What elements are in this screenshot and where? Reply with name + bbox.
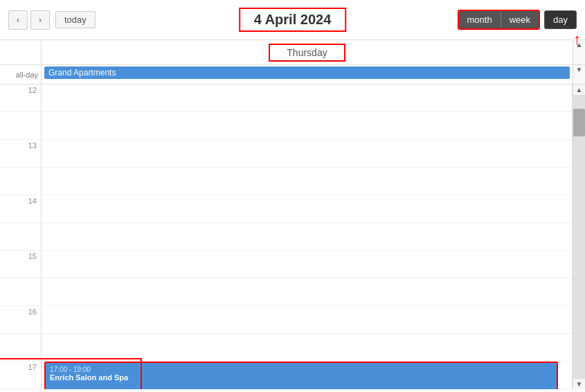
- week-view-button[interactable]: week: [501, 11, 539, 28]
- all-day-event[interactable]: Grand Apartments: [44, 66, 570, 79]
- event-title: Enrich Salon and Spa: [50, 373, 552, 382]
- next-button[interactable]: ›: [30, 10, 50, 30]
- time-slot-16: 16: [0, 306, 41, 334]
- all-day-content: Grand Apartments: [42, 65, 573, 84]
- hour-row-13h: [42, 168, 572, 195]
- hour-row-15h: [42, 278, 572, 306]
- hour-grid: [42, 84, 572, 389]
- day-header-row: Thursday ▲: [0, 40, 585, 65]
- events-column: 17:00 - 19:00 Enrich Salon and Spa: [42, 84, 573, 389]
- hour-row-12h: [42, 112, 572, 140]
- top-bar: ‹ › today 4 April 2024 month week day ↑: [0, 0, 585, 40]
- right-scrollbar[interactable]: ▲ ▼: [573, 84, 585, 389]
- view-buttons-highlighted: month week: [458, 10, 541, 30]
- calendar-title: 4 April 2024: [254, 12, 332, 27]
- scroll-down-arrow[interactable]: ▼: [573, 65, 586, 75]
- today-button[interactable]: today: [55, 11, 96, 28]
- hour-row-13: [42, 140, 572, 168]
- hour-row-14: [42, 195, 572, 223]
- time-slot-17: 17: [0, 362, 41, 389]
- time-slot-12: 12: [0, 84, 41, 112]
- time-slot-15h: [0, 278, 41, 306]
- all-day-row: all-day Grand Apartments ▼: [0, 65, 585, 84]
- day-view-button[interactable]: day: [544, 10, 577, 29]
- time-slot-15: 15: [0, 251, 41, 278]
- scrollbar-down[interactable]: ▼: [575, 379, 584, 389]
- chevron-right-icon: ›: [39, 15, 42, 25]
- day-label: Thursday: [269, 44, 345, 62]
- time-slot-13: 13: [0, 140, 41, 168]
- scrollbar-up[interactable]: ▲: [575, 84, 584, 95]
- view-controls: month week day ↑: [458, 10, 577, 30]
- scrollbar-track: [573, 95, 585, 379]
- hour-row-14h: [42, 223, 572, 251]
- red-arrow: ↑: [573, 32, 581, 47]
- time-column: 12 13 14 15 16 17 18 19 20 21: [0, 84, 42, 389]
- time-gutter-header: [0, 40, 42, 64]
- calendar-title-box: 4 April 2024: [239, 8, 347, 32]
- hour-row-16h: [42, 334, 572, 362]
- prev-button[interactable]: ‹: [8, 10, 28, 30]
- time-slot-14h: [0, 223, 41, 251]
- hour-row-12: [42, 84, 572, 112]
- chevron-left-icon: ‹: [17, 15, 19, 25]
- time-slot-16h: [0, 334, 41, 362]
- event-time: 17:00 - 19:00: [50, 366, 552, 373]
- allday-scrollbar: ▼: [573, 65, 585, 84]
- time-slot-14: 14: [0, 195, 41, 223]
- scrollbar-thumb[interactable]: [573, 109, 585, 136]
- hour-row-16: [42, 306, 572, 334]
- event-enrich-salon[interactable]: 17:00 - 19:00 Enrich Salon and Spa: [44, 362, 558, 389]
- all-day-label: all-day: [0, 65, 42, 84]
- hour-row-15: [42, 251, 572, 278]
- navigation-buttons: ‹ › today: [8, 10, 96, 30]
- month-view-button[interactable]: month: [459, 11, 501, 28]
- time-slot-12h: [0, 112, 41, 140]
- calendar-body: 12 13 14 15 16 17 18 19 20 21: [0, 84, 585, 389]
- day-column-header: Thursday: [42, 40, 573, 64]
- time-slot-13h: [0, 168, 41, 195]
